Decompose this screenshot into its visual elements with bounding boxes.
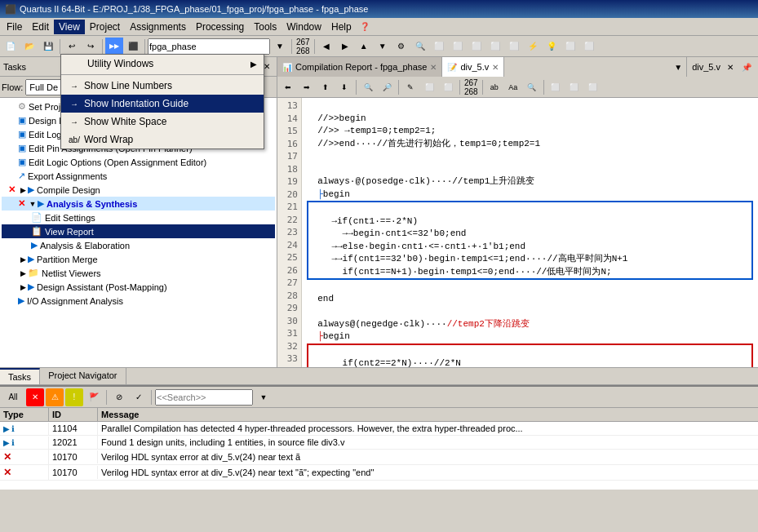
tb-btn-2[interactable]: ▶ (336, 38, 354, 55)
menu-tools[interactable]: Tools (249, 20, 281, 34)
menu-project[interactable]: Project (85, 20, 125, 34)
menu-show-whitespace[interactable]: → Show White Space (61, 113, 264, 131)
tree-item-export[interactable]: ↗ Export Assignments (2, 169, 275, 183)
tab-div5[interactable]: 📝 div_5.v ✕ (442, 57, 504, 77)
tb-btn-9[interactable]: ⬜ (468, 38, 485, 55)
menu-edit[interactable]: Edit (27, 20, 54, 34)
msg-row-4[interactable]: ✕ 10170 Verilog HDL syntax error at div_… (0, 465, 758, 481)
pin-right-btn[interactable]: 📌 (740, 60, 753, 73)
code-tb-8[interactable]: ⬜ (420, 78, 438, 96)
tree-item-partition[interactable]: ▶ ▶ Partition Merge (2, 252, 275, 266)
bottom-tabs-row: Tasks Project Navigator (0, 367, 758, 385)
tb-btn-12[interactable]: ⚡ (524, 38, 542, 55)
code-tb-1[interactable]: ⬅ (279, 78, 297, 96)
tb-btn-4[interactable]: ▼ (374, 38, 392, 55)
undo-button[interactable]: ↩ (63, 38, 81, 55)
tree-item-edit-settings[interactable]: 📄 Edit Settings (2, 211, 275, 224)
tree-item-analysis-elab[interactable]: ▶ Analysis & Elaboration (2, 238, 275, 252)
tb-btn-5[interactable]: ⚙ (392, 38, 410, 55)
tb-btn-1[interactable]: ◀ (317, 38, 335, 55)
more-tabs-btn[interactable]: ▼ (670, 57, 686, 77)
partition-arrow[interactable]: ▶ (18, 255, 28, 264)
code-tb-case[interactable]: Aa (504, 78, 522, 96)
right-tabs: 📊 Compilation Report - fpga_phase ✕ 📝 di… (277, 57, 758, 77)
tree-item-analysis[interactable]: ✕ ▼ ▶ Analysis & Synthesis (2, 197, 275, 211)
tree-item-netlist[interactable]: ▶ 📁 Netlist Viewers (2, 266, 275, 280)
design-arrow[interactable]: ▶ (18, 282, 28, 292)
stop-button[interactable]: ⬛ (124, 38, 142, 55)
div5-tab-icon: 📝 (447, 63, 457, 72)
tab-close-1[interactable]: ✕ (430, 63, 437, 72)
info-icon-1: ▶ (3, 424, 10, 433)
code-tb-11[interactable]: ⬜ (565, 78, 583, 96)
tree-item-design-assist[interactable]: ▶ ▶ Design Assistant (Post-Mapping) (2, 280, 275, 294)
msg-error-btn[interactable]: ✕ (26, 388, 44, 406)
tb-btn-6[interactable]: 🔍 (411, 38, 429, 55)
code-tb-9[interactable]: ⬜ (439, 78, 457, 96)
bottom-tab-tasks[interactable]: Tasks (0, 368, 40, 384)
msg-info-btn[interactable]: ! (65, 388, 83, 406)
msg-all-btn[interactable]: All (2, 388, 24, 406)
code-tb-2[interactable]: ➡ (298, 78, 316, 96)
msg-suppress-btn[interactable]: ⊘ (110, 388, 128, 406)
menu-window[interactable]: Window (281, 20, 326, 34)
code-tb-10[interactable]: ⬜ (547, 78, 565, 96)
tree-label: View Report (45, 227, 94, 237)
code-tb-find[interactable]: 🔍 (523, 78, 541, 96)
msg-nosuppress-btn[interactable]: ✓ (130, 388, 148, 406)
msg-search-dropdown[interactable]: ▼ (255, 388, 273, 406)
menu-show-line-numbers[interactable]: → Show Line Numbers (61, 77, 264, 95)
msg-warn-btn[interactable]: ⚠ (46, 388, 64, 406)
new-button[interactable]: 📄 (2, 38, 20, 55)
tab-close-2[interactable]: ✕ (492, 63, 499, 72)
code-line-19: ├begin (307, 189, 350, 199)
menu-word-wrap[interactable]: ab/ Word Wrap (61, 131, 264, 149)
msg-row-3[interactable]: ✕ 10170 Verilog HDL syntax error at div_… (0, 450, 758, 465)
logic-icon: ▣ (18, 129, 26, 140)
msg-flag-btn[interactable]: 🚩 (85, 388, 103, 406)
tb-btn-13[interactable]: 💡 (543, 38, 561, 55)
open-button[interactable]: 📂 (20, 38, 38, 55)
bottom-tab-navigator[interactable]: Project Navigator (40, 368, 126, 384)
dropdown-btn[interactable]: ▼ (271, 38, 289, 55)
code-tb-6[interactable]: 🔎 (378, 78, 396, 96)
tree-item-compile[interactable]: ✕ ▶ ▶ Compile Design (2, 183, 275, 197)
close-right-btn[interactable]: ✕ (724, 60, 737, 73)
code-tb-ab[interactable]: ab (485, 78, 503, 96)
menu-assignments[interactable]: Assignments (125, 20, 191, 34)
save-button[interactable]: 💾 (39, 38, 57, 55)
tree-item-io[interactable]: ▶ I/O Assignment Analysis (2, 294, 275, 308)
menu-file[interactable]: File (2, 20, 27, 34)
menu-show-indentation[interactable]: → Show Indentation Guide (61, 95, 264, 113)
tree-label: I/O Assignment Analysis (27, 296, 123, 306)
netlist-arrow[interactable]: ▶ (18, 268, 28, 278)
redo-button[interactable]: ↪ (82, 38, 100, 55)
compile-button[interactable]: ▶▶ (105, 38, 123, 55)
tree-item-view-report[interactable]: 📋 View Report (2, 224, 275, 238)
compile-arrow[interactable]: ▶ (18, 185, 28, 195)
menu-help[interactable]: Help (326, 20, 357, 34)
tb-btn-10[interactable]: ⬜ (486, 38, 504, 55)
code-tb-7[interactable]: ✎ (401, 78, 419, 96)
menu-view[interactable]: View (54, 20, 85, 34)
tb-btn-7[interactable]: ⬜ (430, 38, 448, 55)
code-tb-4[interactable]: ⬇ (335, 78, 353, 96)
tb-btn-14[interactable]: ⬜ (561, 38, 579, 55)
tab-compilation-report[interactable]: 📊 Compilation Report - fpga_phase ✕ (277, 57, 442, 77)
tb-btn-15[interactable]: ⬜ (580, 38, 598, 55)
msg-search-input[interactable] (155, 389, 253, 406)
msg-row-1[interactable]: ▶ ℹ 11104 Parallel Compilation has detec… (0, 422, 758, 436)
menu-utility-windows[interactable]: Utility Windows ▶ (61, 55, 264, 73)
code-tb-12[interactable]: ⬜ (584, 78, 602, 96)
menu-processing[interactable]: Processing (191, 20, 249, 34)
code-tb-3[interactable]: ⬆ (317, 78, 335, 96)
code-content[interactable]: //>>begin //>> →temp1=0;temp2=1; //>>end… (302, 98, 758, 367)
analysis-arrow[interactable]: ▼ (28, 199, 38, 209)
tb-btn-11[interactable]: ⬜ (505, 38, 523, 55)
code-tb-5[interactable]: 🔍 (359, 78, 377, 96)
tree-item-logic-options[interactable]: ▣ Edit Logic Options (Open Assignment Ed… (2, 155, 275, 169)
tb-btn-3[interactable]: ▲ (355, 38, 373, 55)
project-input[interactable] (148, 38, 270, 55)
msg-row-2[interactable]: ▶ ℹ 12021 Found 1 design units, includin… (0, 436, 758, 450)
tb-btn-8[interactable]: ⬜ (449, 38, 467, 55)
